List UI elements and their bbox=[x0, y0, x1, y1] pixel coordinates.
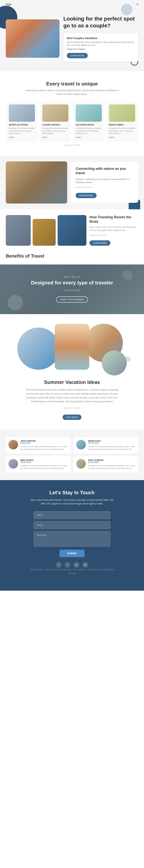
nature-image bbox=[6, 161, 67, 204]
resets-images bbox=[6, 215, 86, 246]
hotel-text: Excepteur sint occaecat cupidatat non pr… bbox=[42, 127, 68, 135]
summer-img-bottom-right bbox=[102, 350, 127, 375]
vacation-title: VACATION SPOTS bbox=[76, 124, 102, 126]
contact-section: Let's Stay In Touch Plan a trip for the … bbox=[0, 480, 144, 591]
nature-heading: Connecting with nature as you travel bbox=[76, 166, 134, 176]
sport-text: Excepteur sint occaecat cupidatat non pr… bbox=[9, 127, 35, 135]
team-info-paul: PAUL HUDSON DESIGNER Excepteur sint occa… bbox=[88, 459, 136, 470]
team-card-1: MARK RAST DESIGNER Excepteur sint occaec… bbox=[74, 437, 138, 453]
team-text-3: Excepteur sint occaecat cupidatat non pr… bbox=[88, 465, 136, 470]
nature-text: Phasellus, a alitreuqet eros quis gravid… bbox=[76, 178, 134, 184]
summer-credit: Images from Unsplash bbox=[24, 407, 120, 409]
summer-img-center bbox=[55, 324, 89, 370]
team-info-jass: JASS NORTON MANAGER Excepteur sint occae… bbox=[20, 440, 68, 451]
team-text-2: Excepteur sint occaecat cupidatat non pr… bbox=[20, 465, 68, 470]
team-text-0: Excepteur sint occaecat cupidatat non pr… bbox=[20, 445, 68, 451]
beach-more-link[interactable]: MORE bbox=[109, 136, 135, 138]
avatar-nina bbox=[8, 459, 18, 469]
card-hotel: LUXURY HOTELS Excepteur sint occaecat cu… bbox=[40, 102, 71, 141]
team-card-0: JASS NORTON MANAGER Excepteur sint occae… bbox=[6, 437, 70, 453]
hotel-image bbox=[42, 104, 68, 122]
resets-text-body: Click to edit this text. Click to edit t… bbox=[89, 226, 138, 232]
social-row: f t ◎ in bbox=[8, 562, 136, 568]
team-info-mark: MARK RAST DESIGNER Excepteur sint occaec… bbox=[88, 440, 136, 451]
resets-text: How Traveling Resets the Brain Click to … bbox=[89, 215, 138, 246]
beach-image bbox=[109, 104, 135, 122]
hero-card: Best Couples Vacations Click to edit thi… bbox=[63, 33, 138, 62]
reset-img-2 bbox=[33, 219, 56, 246]
team-name-1: MARK RAST bbox=[88, 440, 136, 442]
contact-text: Plan a trip for the whole family—from fa… bbox=[28, 498, 116, 505]
team-name-2: NINA SCAVO bbox=[20, 459, 68, 461]
team-card-2: NINA SCAVO DESIGNER Excepteur sint occae… bbox=[6, 456, 70, 472]
benefits-section: Benefits of Travel bbox=[0, 251, 144, 265]
logo: logo bbox=[6, 3, 11, 6]
contact-heading: Let's Stay In Touch bbox=[8, 490, 136, 496]
submit-button[interactable]: SUBMIT bbox=[59, 550, 85, 557]
summer-images bbox=[6, 324, 138, 374]
summer-find-button[interactable]: FIND IDEAS bbox=[63, 414, 81, 420]
resets-credit: Images from Unsplash bbox=[89, 234, 138, 236]
summer-heading: Summer Vacation Ideas bbox=[6, 379, 138, 385]
nature-section: Connecting with nature as you travel Pha… bbox=[0, 156, 144, 209]
team-text-1: Excepteur sint occaecat cupidatat non pr… bbox=[88, 445, 136, 451]
facebook-icon[interactable]: f bbox=[56, 562, 62, 568]
designed-section: WHAT WE DO Designed for every type of tr… bbox=[0, 265, 144, 314]
designed-circle-right bbox=[123, 270, 133, 280]
hero-image bbox=[6, 19, 59, 58]
twitter-icon[interactable]: t bbox=[64, 562, 71, 568]
hero-heading: Looking for the perfect spot go to as a … bbox=[63, 16, 138, 29]
hotel-title: LUXURY HOTELS bbox=[42, 124, 68, 126]
resets-section: How Traveling Resets the Brain Click to … bbox=[0, 209, 144, 252]
designed-journey-button[interactable]: START YOUR JOURNEY bbox=[56, 297, 88, 303]
nature-text-box: Connecting with nature as you travel Pha… bbox=[71, 162, 138, 203]
beach-text: Excepteur sint occaecat cupidatat non pr… bbox=[109, 127, 135, 135]
message-input[interactable] bbox=[34, 531, 110, 547]
hero-card-text: Click to edit this text. Click to edit t… bbox=[67, 41, 135, 46]
card-sport: SPORT ACTIVITIES Excepteur sint occaecat… bbox=[6, 102, 37, 141]
hero-learn-button[interactable]: LEARN MORE bbox=[67, 53, 88, 58]
sport-more-link[interactable]: MORE bbox=[9, 136, 35, 138]
nature-learn-button[interactable]: LEARN MORE bbox=[76, 193, 96, 198]
email-input[interactable] bbox=[34, 521, 110, 529]
name-input[interactable] bbox=[34, 512, 110, 519]
unique-heading: Every travel is unique bbox=[6, 81, 138, 87]
hotel-more-link[interactable]: MORE bbox=[42, 136, 68, 138]
avatar-mark bbox=[76, 440, 86, 450]
hamburger-icon[interactable]: ≡ bbox=[137, 3, 138, 6]
hero-card-title: Best Couples Vacations bbox=[67, 37, 135, 40]
nature-credit: Image from Unsplash bbox=[76, 186, 134, 189]
team-role-2: DESIGNER bbox=[20, 461, 68, 463]
designed-heading: Designed for every type of traveler bbox=[8, 280, 136, 286]
hero-text: Looking for the perfect spot go to as a … bbox=[63, 16, 138, 62]
team-name-3: PAUL HUDSON bbox=[88, 459, 136, 461]
avatar-jass bbox=[8, 440, 18, 450]
team-name-0: JASS NORTON bbox=[20, 440, 68, 442]
summer-section: Summer Vacation Ideas The world is big a… bbox=[0, 314, 144, 430]
summer-img-left bbox=[17, 328, 59, 370]
activity-cards-row: SPORT ACTIVITIES Excepteur sint occaecat… bbox=[6, 102, 138, 141]
team-info-nina: NINA SCAVO DESIGNER Excepteur sint occae… bbox=[20, 459, 68, 470]
hero-section: Looking for the perfect spot go to as a … bbox=[0, 0, 144, 71]
avatar-paul bbox=[76, 459, 86, 469]
linkedin-icon[interactable]: in bbox=[82, 562, 88, 568]
team-role-3: DESIGNER bbox=[88, 461, 136, 463]
resets-learn-button[interactable]: LEARN MORE bbox=[89, 240, 110, 246]
hero-card-author: Image from Unsplash bbox=[67, 48, 135, 51]
team-role-1: DESIGNER bbox=[88, 442, 136, 444]
designed-credit: Image from Unsplash bbox=[8, 289, 136, 291]
card-vacation: VACATION SPOTS Excepteur sint occaecat c… bbox=[73, 102, 104, 141]
unique-section: Every travel is unique Lorem ipsum dolor… bbox=[0, 71, 144, 156]
vacation-more-link[interactable]: MORE bbox=[76, 136, 102, 138]
instagram-icon[interactable]: ◎ bbox=[73, 562, 80, 568]
team-grid: JASS NORTON MANAGER Excepteur sint occae… bbox=[6, 437, 138, 472]
benefits-heading: Benefits of Travel bbox=[6, 253, 138, 259]
unique-subtitle: Lorem ipsum dolor sit amet, consectetur … bbox=[24, 89, 120, 96]
beach-title: BEACH VIBES bbox=[109, 124, 135, 126]
vacation-image bbox=[76, 104, 102, 122]
what-label: WHAT WE DO bbox=[8, 276, 136, 278]
vacation-text: Excepteur sint occaecat cupidatat non pr… bbox=[76, 127, 102, 135]
team-card-3: PAUL HUDSON DESIGNER Excepteur sint occa… bbox=[74, 456, 138, 472]
designed-circle-left bbox=[8, 295, 23, 310]
card-beach: BEACH VIBES Excepteur sint occaecat cupi… bbox=[107, 102, 138, 141]
